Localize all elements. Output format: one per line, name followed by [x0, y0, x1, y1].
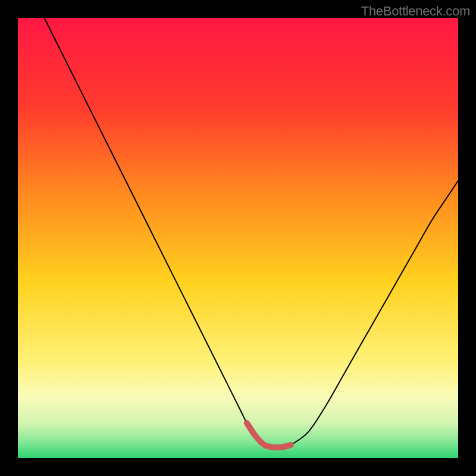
chart-plot-area [18, 18, 458, 458]
optimal-zone-marker [247, 423, 291, 447]
chart-frame [18, 18, 458, 458]
bottleneck-curve-svg [18, 18, 458, 458]
attribution-text: TheBottleneck.com [361, 4, 470, 19]
bottleneck-curve-line [44, 18, 458, 447]
